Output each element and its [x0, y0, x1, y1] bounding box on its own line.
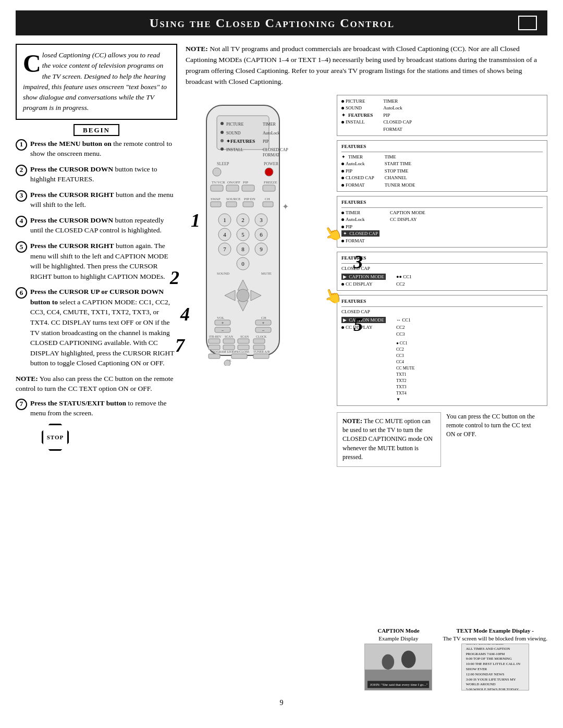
svg-text:5: 5	[241, 231, 244, 238]
cc-mute-note: NOTE: The CC MUTE option can be used to …	[337, 412, 441, 467]
text-line: 12:00 NOONDAY NEWS	[466, 672, 524, 677]
text-mode-example: TEXT Mode Example Display - The TV scree…	[443, 627, 547, 690]
svg-point-5	[221, 131, 224, 134]
svg-text:SOURCE: SOURCE	[226, 197, 241, 201]
step-5-number: 5	[16, 241, 27, 253]
arrow-icon: ▶	[343, 274, 347, 279]
svg-text:FORMAT: FORMAT	[263, 153, 280, 157]
menu-item: PIP	[341, 168, 374, 175]
menu-item: CLOSED CAP	[341, 175, 374, 182]
menu-item-label: TIMER	[348, 154, 363, 161]
menu-item-label: CC DISPLAY	[346, 281, 372, 288]
dot-icon	[341, 184, 344, 187]
svg-text:6: 6	[260, 231, 263, 238]
note-cc-label: NOTE:	[16, 375, 38, 382]
menu-item-highlighted: ▶ CAPTION MODE	[341, 317, 386, 323]
cc-option: TXT1	[396, 372, 414, 378]
text-mode-image: CLOSE CAPTION PROGRAMS ON WYYZ CSPAN-LOC…	[461, 644, 529, 690]
menu-item-highlighted: ▶ CAPTION MODE	[341, 274, 386, 280]
svg-text:CLOSED CAP: CLOSED CAP	[263, 147, 288, 152]
svg-point-18	[265, 168, 273, 176]
menu-item: FORMAT	[341, 182, 374, 189]
drop-cap: C	[23, 51, 41, 76]
menu-subtitle: CLOSED CAP	[341, 309, 543, 316]
step-4: 4 Press the CURSOR DOWN button repeatedl…	[16, 215, 177, 236]
dot-icon	[341, 212, 344, 214]
dot-icon	[341, 121, 344, 124]
title-bar: Using the Closed Captioning Control	[16, 10, 547, 35]
step-7-number: 7	[16, 399, 27, 410]
menu-right-item: FORMAT	[383, 126, 412, 133]
stop-icon-area: STOP	[42, 424, 177, 451]
cc-mute-note-label: NOTE:	[342, 417, 362, 425]
svg-rect-79	[238, 339, 249, 343]
step-5: 5 Press the CURSOR RIGHT button again. T…	[16, 241, 177, 281]
menu-subtitle: CLOSED CAP	[341, 265, 543, 273]
svg-point-92	[224, 360, 230, 366]
svg-text:PROGRAM LIST: PROGRAM LIST	[211, 350, 234, 353]
note-cc: NOTE: You also can press the CC button o…	[16, 374, 177, 394]
svg-text:AutoLock: AutoLock	[263, 131, 279, 135]
step-4-text: Press the CURSOR DOWN button repeatedly …	[30, 215, 177, 236]
menu-item: CC DISPLAY	[341, 281, 386, 288]
svg-text:ON/OFF: ON/OFF	[227, 180, 240, 184]
main-content: C losed Captioning (CC) allows you to re…	[16, 44, 547, 690]
dot-icon	[341, 107, 344, 109]
step-2-text: Press the CURSOR DOWN button twice to hi…	[30, 164, 177, 184]
svg-rect-80	[253, 339, 265, 343]
illus-step-1: 1	[191, 209, 200, 231]
illus-step-5: 5	[353, 314, 363, 336]
menu-1-left: PICTURE SOUND ✦ FEATURES	[341, 98, 373, 133]
text-mode-label: TEXT Mode Example Display -	[457, 627, 534, 634]
menu-right-item: CLOSED CAP	[383, 119, 412, 126]
svg-point-8	[221, 139, 224, 142]
svg-text:+: +	[262, 320, 265, 325]
svg-text:✦: ✦	[282, 202, 289, 211]
illus-step-3: 3	[353, 251, 363, 273]
arrow-icon: ✦	[341, 112, 346, 119]
text-mode-sublabel: The TV screen will be blocked from viewi…	[443, 635, 547, 641]
menu-screen-3: FEATURES TIMER AutoLock	[337, 196, 547, 248]
page: Using the Closed Captioning Control C lo…	[0, 0, 563, 728]
step-7-text: Press the STATUS/EXIT button to remove t…	[30, 398, 177, 418]
menu-right-item: TIMER	[383, 98, 412, 105]
menu-right-item: CHANNEL	[385, 175, 415, 182]
cc-option: CC4	[396, 359, 414, 365]
menu-item-label: TIMER	[346, 209, 360, 217]
svg-text:4: 4	[223, 231, 226, 238]
caption-mode-image: JOHN: "She said that every time I go..."	[364, 644, 432, 690]
svg-rect-78	[223, 339, 235, 343]
dot-icon	[341, 163, 344, 165]
menu-right-item: STOP TIME	[385, 168, 415, 175]
text-line: 9:00 TOP OF THE MORNING	[466, 657, 524, 662]
svg-rect-31	[211, 202, 221, 207]
svg-text:SCAN: SCAN	[225, 335, 234, 338]
cc-option: CC2	[396, 347, 414, 353]
remote-illustration: PICTURE TIMER SOUND AutoLock ✦FEATURES P…	[186, 95, 332, 368]
step-3: 3 Press the CURSOR RIGHT button and the …	[16, 190, 177, 210]
menu-3-left: TIMER AutoLock PIP	[341, 209, 380, 245]
text-line: 5:00 WHOLE NEWS FOR TODAY	[466, 687, 524, 690]
menu-right-item: TUNER MODE	[385, 182, 415, 189]
svg-text:+: +	[222, 320, 224, 325]
dot-icon	[341, 177, 344, 179]
svg-text:CLOCK: CLOCK	[256, 335, 267, 338]
svg-text:ITR-REV: ITR-REV	[209, 335, 222, 338]
svg-text:FREEZE: FREEZE	[264, 180, 277, 184]
menu-2-right: TIME START TIME STOP TIME CHANNEL TUNER …	[385, 154, 415, 189]
menu-item-label: CLOSED CAP	[349, 231, 378, 236]
note-top-text: Not all TV programs and product commerci…	[186, 45, 537, 85]
svg-point-17	[213, 168, 221, 176]
svg-rect-33	[243, 202, 253, 207]
menu-item: PIP	[341, 224, 380, 231]
step-6-text: Press the CURSOR UP or CURSOR DOWN butto…	[30, 287, 177, 368]
menu-item-label: AutoLock	[346, 161, 365, 168]
cc-option: TXT2	[396, 378, 414, 384]
menu-right-item: START TIME	[385, 161, 415, 168]
menu-screen-5: FEATURES CLOSED CAP ▶ CAPTION MODE	[337, 295, 547, 406]
text-mode-content: CLOSE CAPTION PROGRAMS ON WYYZ CSPAN-LOC…	[464, 644, 527, 690]
svg-text:8: 8	[241, 246, 244, 252]
menu-item-label: PIP	[346, 224, 352, 231]
svg-text:CH: CH	[265, 197, 270, 201]
menu-item-label: FEATURES	[348, 112, 373, 119]
